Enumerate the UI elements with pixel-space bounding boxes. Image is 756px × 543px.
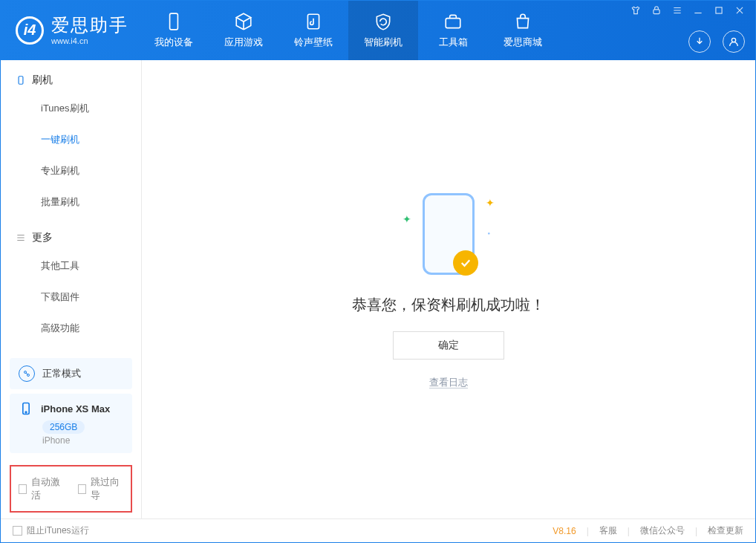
bag-icon	[513, 12, 532, 31]
svg-rect-0	[170, 13, 178, 30]
list-icon	[16, 233, 26, 243]
version-label: V8.16	[553, 526, 576, 536]
maximize-icon[interactable]	[714, 5, 724, 19]
nav-tabs: 我的设备 应用游戏 铃声壁纸 智能刷机 工具箱 爱思商城	[139, 1, 558, 60]
nav-ringtones-wallpapers[interactable]: 铃声壁纸	[278, 1, 348, 60]
nav-my-device[interactable]: 我的设备	[139, 1, 209, 60]
view-log-link[interactable]: 查看日志	[429, 376, 468, 389]
mode-icon	[19, 365, 35, 382]
sidebar-section-more: 更多	[1, 231, 141, 250]
mode-card[interactable]: 正常模式	[10, 358, 132, 389]
success-illustration: ✦ ✦ ●	[404, 189, 493, 279]
sidebar-item-other-tools[interactable]: 其他工具	[1, 250, 141, 282]
sparkle-icon: ✦	[403, 213, 411, 225]
device-phone-icon	[19, 401, 33, 416]
phone-outline-icon	[423, 193, 475, 275]
tshirt-icon[interactable]	[630, 5, 641, 19]
phone-icon	[16, 75, 26, 85]
app-window: i4 爱思助手 www.i4.cn 我的设备 应用游戏 铃声壁纸 智能刷机	[0, 0, 756, 543]
device-capacity: 256GB	[42, 420, 85, 434]
link-customer-service[interactable]: 客服	[599, 524, 617, 537]
sparkle-icon: ●	[487, 231, 490, 235]
logo-icon: i4	[16, 16, 44, 45]
checkbox-icon	[78, 484, 86, 494]
link-wechat[interactable]: 微信公众号	[640, 524, 685, 537]
device-name: iPhone XS Max	[41, 403, 110, 414]
checkbox-auto-activate[interactable]: 自动激活	[19, 475, 65, 502]
minimize-icon[interactable]	[693, 5, 703, 19]
sidebar-section-flash: 刷机	[1, 74, 141, 93]
svg-rect-4	[716, 7, 722, 13]
svg-rect-6	[19, 77, 23, 85]
device-icon	[164, 12, 183, 31]
check-badge-icon	[453, 250, 478, 276]
lock-icon[interactable]	[651, 5, 662, 19]
sparkle-icon: ✦	[486, 197, 495, 209]
ok-button[interactable]: 确定	[393, 331, 504, 360]
checkbox-skip-guide[interactable]: 跳过向导	[78, 475, 124, 502]
sidebar-item-oneclick-flash[interactable]: 一键刷机	[1, 124, 141, 155]
svg-point-5	[731, 38, 735, 42]
checkbox-icon	[19, 484, 27, 494]
refresh-shield-icon	[374, 12, 393, 31]
sidebar-item-itunes-flash[interactable]: iTunes刷机	[1, 93, 141, 124]
sidebar-item-pro-flash[interactable]: 专业刷机	[1, 155, 141, 186]
flash-options-box: 自动激活 跳过向导	[10, 465, 132, 513]
menu-icon[interactable]	[672, 5, 682, 19]
svg-rect-2	[446, 19, 460, 28]
sidebar-item-download-firmware[interactable]: 下载固件	[1, 282, 141, 313]
cube-icon	[234, 12, 253, 31]
toolbox-icon	[443, 12, 463, 31]
user-button[interactable]	[723, 30, 745, 53]
nav-toolbox[interactable]: 工具箱	[418, 1, 488, 60]
nav-store[interactable]: 爱思商城	[488, 1, 558, 60]
link-check-update[interactable]: 检查更新	[708, 524, 743, 537]
sidebar-item-advanced[interactable]: 高级功能	[1, 313, 141, 344]
app-name: 爱思助手	[51, 15, 128, 36]
logo: i4 爱思助手 www.i4.cn	[1, 15, 139, 46]
nav-smart-flash[interactable]: 智能刷机	[348, 1, 418, 60]
checkbox-icon	[13, 526, 22, 536]
device-type: iPhone	[42, 435, 123, 446]
svg-rect-3	[654, 10, 659, 14]
svg-point-10	[25, 412, 27, 413]
close-icon[interactable]	[734, 5, 745, 19]
success-message: 恭喜您，保资料刷机成功啦！	[352, 295, 545, 315]
sidebar: 刷机 iTunes刷机 一键刷机 专业刷机 批量刷机 更多 其他工具 下载固件 …	[1, 60, 142, 518]
main-content: ✦ ✦ ● 恭喜您，保资料刷机成功啦！ 确定 查看日志	[142, 60, 755, 518]
footer: 阻止iTunes运行 V8.16 | 客服 | 微信公众号 | 检查更新	[1, 518, 755, 542]
sidebar-item-batch-flash[interactable]: 批量刷机	[1, 186, 141, 218]
header: i4 爱思助手 www.i4.cn 我的设备 应用游戏 铃声壁纸 智能刷机	[1, 1, 755, 60]
checkbox-block-itunes[interactable]: 阻止iTunes运行	[13, 524, 89, 537]
app-url: www.i4.cn	[51, 36, 128, 46]
window-controls	[630, 5, 745, 19]
device-card[interactable]: iPhone XS Max 256GB iPhone	[10, 394, 132, 453]
nav-apps-games[interactable]: 应用游戏	[209, 1, 278, 60]
music-file-icon	[304, 12, 323, 31]
download-button[interactable]	[688, 30, 711, 53]
